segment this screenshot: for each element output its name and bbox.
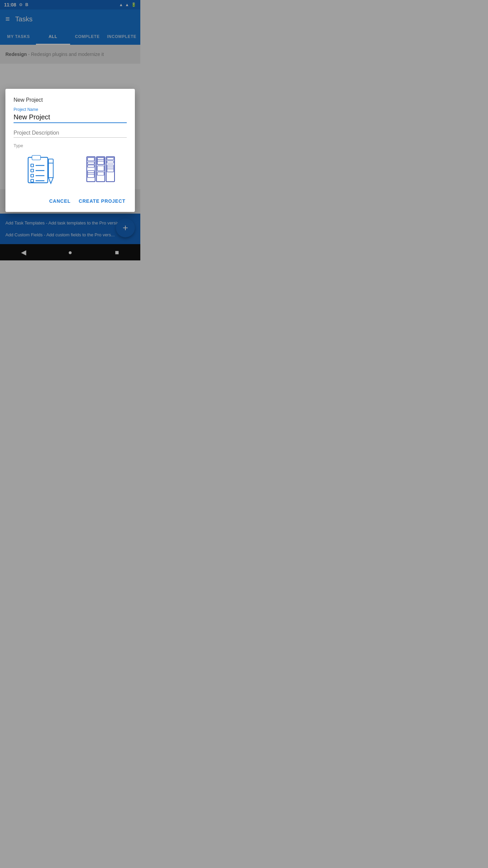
svg-rect-28 xyxy=(106,157,115,182)
svg-marker-12 xyxy=(48,178,53,183)
project-description-input[interactable] xyxy=(14,130,127,138)
new-project-dialog: New Project Project Name Type xyxy=(5,89,135,212)
content-area: Redesign - Redesign plugins and moderniz… xyxy=(0,45,140,244)
svg-rect-3 xyxy=(31,164,34,167)
type-label: Type xyxy=(14,143,127,148)
board-type-icon xyxy=(85,152,116,186)
svg-rect-30 xyxy=(107,161,114,163)
screen: 11:08 ⚙ B ▲ ▲ 🔋 ≡ Tasks MY TASKS ALL COM… xyxy=(0,0,140,260)
dialog-title: New Project xyxy=(14,97,127,103)
svg-rect-11 xyxy=(48,159,53,178)
content-area-inner: Redesign - Redesign plugins and moderniz… xyxy=(0,45,140,244)
project-name-input[interactable] xyxy=(14,113,127,123)
svg-rect-2 xyxy=(32,156,40,160)
svg-rect-21 xyxy=(96,157,105,182)
create-project-button[interactable]: CREATE PROJECT xyxy=(77,196,127,206)
svg-rect-9 xyxy=(31,179,34,182)
svg-rect-7 xyxy=(31,174,34,177)
svg-rect-29 xyxy=(107,158,114,160)
svg-rect-15 xyxy=(87,158,94,161)
svg-rect-31 xyxy=(107,165,114,172)
svg-rect-26 xyxy=(97,166,104,171)
svg-rect-5 xyxy=(31,169,34,172)
dialog-actions: CANCEL CREATE PROJECT xyxy=(14,193,127,206)
list-type-icon xyxy=(25,152,55,186)
project-name-label: Project Name xyxy=(14,107,127,112)
svg-rect-14 xyxy=(87,157,95,182)
type-board-option[interactable] xyxy=(85,152,116,186)
svg-rect-27 xyxy=(97,172,104,175)
type-list-option[interactable] xyxy=(25,152,55,186)
type-options xyxy=(14,152,127,186)
svg-rect-17 xyxy=(87,165,94,167)
cancel-button[interactable]: CANCEL xyxy=(48,196,72,206)
svg-rect-16 xyxy=(87,162,94,164)
